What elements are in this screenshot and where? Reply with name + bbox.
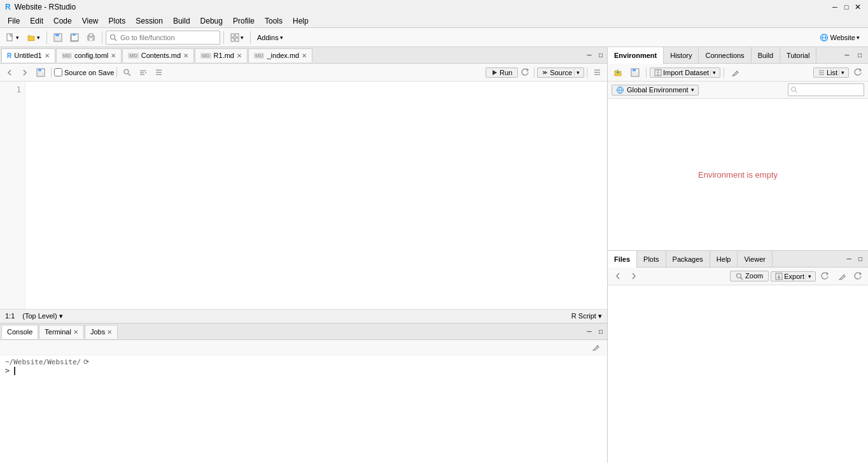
env-tab-right-buttons: ─ □	[841, 50, 868, 61]
menu-plots[interactable]: Plots	[104, 15, 131, 27]
files-tab-viewer[interactable]: Viewer	[738, 251, 772, 267]
goto-input[interactable]	[106, 31, 220, 45]
source-dropdown-arrow[interactable]: ▾	[574, 69, 580, 76]
editor-maximize-button[interactable]: □	[596, 50, 606, 61]
jobs-tab-close[interactable]: ✕	[107, 329, 112, 336]
menu-edit[interactable]: Edit	[25, 15, 48, 27]
env-search-input[interactable]	[788, 83, 864, 96]
files-broom-button[interactable]	[834, 269, 849, 283]
env-minimize-button[interactable]: ─	[841, 50, 853, 61]
zoom-button[interactable]: Zoom	[730, 271, 769, 281]
env-tab-build[interactable]: Build	[752, 47, 780, 64]
files-tab-help[interactable]: Help	[710, 251, 738, 267]
tab-md-icon-config: MD	[62, 53, 72, 59]
terminal-tab-close[interactable]: ✕	[73, 329, 78, 336]
maximize-button[interactable]: □	[841, 2, 851, 12]
export-dropdown-arrow[interactable]: ▾	[806, 273, 811, 280]
addins-button[interactable]: Addins ▾	[254, 30, 286, 45]
top-level-dropdown[interactable]: (Top Level) ▾	[22, 312, 62, 320]
export-button[interactable]: Export ▾	[771, 271, 816, 281]
editor-tab-r1-md[interactable]: MD R1.md ✕	[195, 48, 248, 62]
save-button[interactable]	[50, 30, 66, 45]
svg-rect-9	[89, 34, 93, 36]
editor-minimize-button[interactable]: ─	[584, 50, 594, 61]
files-back-button[interactable]	[610, 269, 625, 283]
save-all-button[interactable]	[67, 30, 82, 45]
import-dataset-button[interactable]: Import Dataset ▾	[650, 68, 720, 78]
menu-code[interactable]: Code	[48, 15, 77, 27]
console-tab-jobs[interactable]: Jobs ✕	[85, 325, 118, 339]
files-tab-packages[interactable]: Packages	[666, 251, 710, 267]
layout-button[interactable]: ▾	[227, 30, 247, 45]
files-minimize-button[interactable]: ─	[844, 254, 854, 264]
new-file-button[interactable]: ▾	[3, 30, 22, 45]
editor-forward-button[interactable]	[18, 66, 32, 80]
menu-view[interactable]: View	[77, 15, 104, 27]
editor-search-button[interactable]	[120, 66, 134, 80]
website-button[interactable]: Website ▾	[816, 30, 863, 45]
menu-help[interactable]: Help	[288, 15, 314, 27]
editor-tab-index-md[interactable]: MD _index.md ✕	[248, 48, 312, 62]
files-maximize-button[interactable]: □	[855, 254, 865, 264]
tab-untitled1-close[interactable]: ✕	[45, 52, 50, 59]
console-maximize-button[interactable]: □	[596, 327, 606, 337]
list-dropdown-arrow[interactable]: ▾	[839, 69, 844, 76]
global-env-dropdown[interactable]: Global Environment ▾	[612, 85, 699, 96]
new-dropdown-arrow[interactable]: ▾	[16, 34, 19, 41]
console-broom-button[interactable]	[589, 341, 603, 355]
source-on-save-checkbox[interactable]	[54, 68, 62, 76]
env-broom-button[interactable]	[727, 66, 743, 80]
open-dropdown-arrow[interactable]: ▾	[37, 34, 40, 41]
editor-tab-config-toml[interactable]: MD config.toml ✕	[56, 48, 122, 62]
source-button[interactable]: Source ▾	[537, 68, 584, 78]
import-dropdown-arrow[interactable]: ▾	[710, 69, 716, 76]
menu-profile[interactable]: Profile	[228, 15, 260, 27]
files-tab-plots[interactable]: Plots	[637, 251, 666, 267]
env-refresh-button[interactable]	[851, 66, 865, 80]
files-forward-button[interactable]	[627, 269, 641, 283]
console-content[interactable]: ~/Website/Website/ ⟳ >	[0, 355, 607, 463]
source-on-save-label[interactable]: Source on Save	[54, 68, 114, 76]
console-tab-console[interactable]: Console	[1, 325, 38, 339]
editor-options-button[interactable]	[590, 66, 605, 80]
editor-save-button[interactable]	[33, 66, 48, 80]
menu-session[interactable]: Session	[130, 15, 168, 27]
open-file-button[interactable]: ▾	[24, 30, 43, 45]
console-minimize-button[interactable]: ─	[584, 327, 594, 337]
env-tab-connections[interactable]: Connections	[699, 47, 751, 64]
tab-config-toml-close[interactable]: ✕	[111, 52, 116, 59]
tab-index-md-close[interactable]: ✕	[302, 52, 307, 59]
tab-contents-md-close[interactable]: ✕	[183, 52, 188, 59]
menu-build[interactable]: Build	[168, 15, 195, 27]
re-run-button[interactable]	[519, 66, 531, 80]
script-type[interactable]: R Script ▾	[571, 312, 602, 320]
layout-dropdown[interactable]: ▾	[241, 34, 244, 41]
files-refresh-button[interactable]	[818, 269, 832, 283]
console-tab-terminal[interactable]: Terminal ✕	[39, 325, 84, 339]
menu-tools[interactable]: Tools	[260, 15, 288, 27]
files-tab-files[interactable]: Files	[608, 251, 637, 267]
editor-search-icon	[123, 68, 131, 76]
run-button[interactable]: Run	[486, 68, 518, 78]
env-load-button[interactable]	[610, 66, 626, 80]
env-tab-history[interactable]: History	[664, 47, 699, 64]
list-view-button[interactable]: List ▾	[813, 68, 849, 78]
close-button[interactable]: ✕	[853, 2, 863, 12]
menu-file[interactable]: File	[3, 15, 25, 27]
editor-area[interactable]	[25, 82, 607, 309]
editor-code-tools-button[interactable]	[136, 66, 150, 80]
minimize-button[interactable]: ─	[830, 2, 840, 12]
env-save-button[interactable]	[627, 66, 643, 80]
editor-tab-untitled1[interactable]: R Untitled1 ✕	[1, 48, 55, 62]
tab-r1-md-close[interactable]: ✕	[237, 52, 242, 59]
editor-compile-button[interactable]	[151, 66, 166, 80]
editor-tab-contents-md[interactable]: MD Contents.md ✕	[122, 48, 194, 62]
print-button[interactable]	[83, 30, 99, 45]
editor-back-button[interactable]	[3, 66, 17, 80]
env-maximize-button[interactable]: □	[854, 50, 865, 61]
files-refresh2-button[interactable]	[851, 269, 865, 283]
env-tab-tutorial[interactable]: Tutorial	[780, 47, 816, 64]
menu-debug[interactable]: Debug	[195, 15, 228, 27]
console-prompt-line: >	[5, 366, 602, 375]
env-tab-environment[interactable]: Environment	[608, 47, 664, 64]
